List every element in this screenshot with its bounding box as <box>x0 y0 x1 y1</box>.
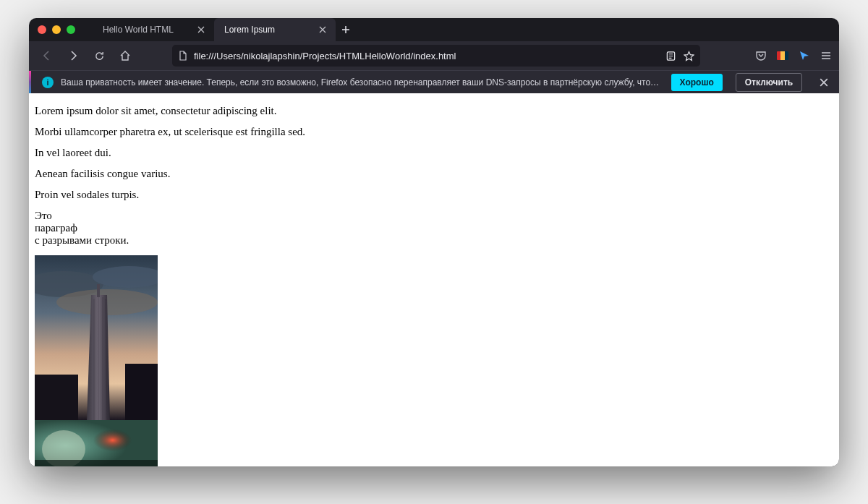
paragraph: In vel laoreet dui. <box>35 147 833 159</box>
close-window-button[interactable] <box>38 25 46 34</box>
window-controls <box>38 25 75 34</box>
pocket-icon[interactable] <box>755 50 767 61</box>
banner-text: Ваша приватность имеет значение. Теперь,… <box>61 77 664 87</box>
extension-flag-icon[interactable] <box>777 51 788 60</box>
line: Это <box>35 210 52 221</box>
tab-strip: Hello World HTML Lorem Ipsum <box>93 18 356 41</box>
paragraph: Aenean facilisis congue varius. <box>35 168 833 180</box>
info-icon: i <box>42 77 54 88</box>
notification-banner: i Ваша приватность имеет значение. Тепер… <box>29 70 839 93</box>
titlebar: Hello World HTML Lorem Ipsum <box>29 18 839 41</box>
minimize-window-button[interactable] <box>52 25 61 34</box>
svg-point-15 <box>80 426 135 458</box>
paragraph: Morbi ullamcorper pharetra ex, ut sceler… <box>35 126 833 138</box>
svg-rect-17 <box>35 460 158 466</box>
paragraph: Proin vel sodales turpis. <box>35 189 833 201</box>
tab-label: Hello World HTML <box>103 25 190 35</box>
banner-close-icon[interactable] <box>817 73 830 92</box>
paragraph-multiline: Это параграф с разрывами строки. <box>35 210 833 247</box>
new-tab-button[interactable] <box>336 18 356 41</box>
svg-rect-8 <box>97 284 100 297</box>
tab-label: Lorem Ipsum <box>224 25 311 35</box>
forward-button[interactable] <box>62 45 84 67</box>
page-content: Lorem ipsum dolor sit amet, consectetur … <box>29 93 839 466</box>
home-button[interactable] <box>114 45 136 67</box>
app-menu-button[interactable] <box>820 50 832 61</box>
banner-ok-button[interactable]: Хорошо <box>671 74 723 91</box>
content-image-blur <box>35 420 158 466</box>
banner-message: Ваша приватность имеет значение. Теперь,… <box>61 77 664 87</box>
toolbar: file:///Users/nikolajlapshin/Projects/HT… <box>29 41 839 70</box>
line: параграф <box>35 222 77 234</box>
banner-disable-button[interactable]: Отключить <box>736 73 802 92</box>
file-icon <box>178 51 188 61</box>
content-image-skyscraper <box>35 255 158 420</box>
toolbar-right <box>755 50 832 61</box>
close-tab-icon[interactable] <box>195 24 207 35</box>
svg-rect-5 <box>35 375 78 420</box>
svg-rect-6 <box>125 364 158 420</box>
maximize-window-button[interactable] <box>67 25 75 34</box>
url-text: file:///Users/nikolajlapshin/Projects/HT… <box>194 51 660 61</box>
reader-mode-icon[interactable] <box>665 51 676 61</box>
url-bar[interactable]: file:///Users/nikolajlapshin/Projects/HT… <box>172 45 700 67</box>
tab-hello-world[interactable]: Hello World HTML <box>93 18 214 41</box>
urlbar-actions <box>665 51 694 61</box>
bookmark-star-icon[interactable] <box>684 51 694 61</box>
image-stack <box>35 255 833 466</box>
browser-window: Hello World HTML Lorem Ipsum <box>29 18 839 466</box>
extension-cursor-icon[interactable] <box>799 50 810 61</box>
line: с разрывами строки. <box>35 234 129 246</box>
paragraph: Lorem ipsum dolor sit amet, consectetur … <box>35 105 833 117</box>
close-tab-icon[interactable] <box>317 24 328 35</box>
tab-lorem-ipsum[interactable]: Lorem Ipsum <box>214 18 336 41</box>
reload-button[interactable] <box>88 45 110 67</box>
back-button[interactable] <box>36 45 58 67</box>
